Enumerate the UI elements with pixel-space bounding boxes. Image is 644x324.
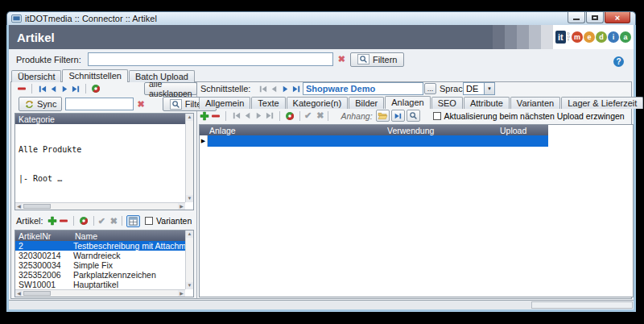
product-filter-button[interactable]: Filtern — [350, 52, 405, 67]
artikel-table-header: ArtikelNr Name — [15, 231, 193, 241]
nav-next-icon[interactable] — [279, 83, 291, 94]
tab-lager-lieferzeit[interactable]: Lager & Lieferzeit — [561, 97, 643, 109]
preview-button[interactable] — [407, 110, 420, 122]
tree-item[interactable]: Alle Produkte — [19, 145, 193, 155]
artikel-table: ArtikelNr Name 2Testbeschreibung mit Att… — [14, 230, 194, 297]
nav-next-icon[interactable] — [59, 83, 70, 94]
content-area: alle ausklappen Sync ✖ — [10, 81, 632, 299]
kategorie-vscrollbar[interactable]: ▲▼ — [185, 114, 193, 202]
scroll-thumb[interactable] — [23, 291, 51, 296]
schnittstelle-input[interactable] — [303, 82, 423, 95]
anlagen-table-header: Anlage Verwendung Upload — [200, 125, 548, 135]
cancel-icon[interactable]: ✖ — [316, 110, 324, 121]
tab-kategorien[interactable]: Kategorie(n) — [287, 97, 349, 109]
add-icon[interactable] — [199, 110, 210, 122]
nav-last-icon[interactable] — [291, 83, 302, 94]
nav-first-icon[interactable] — [230, 110, 242, 122]
tree-item[interactable]: |- Root … — [19, 174, 193, 184]
cancel-icon[interactable]: ✖ — [110, 216, 118, 226]
nav-prev-icon[interactable] — [268, 83, 279, 94]
nav-prev-icon[interactable] — [47, 83, 59, 94]
scroll-right-icon[interactable]: ▶ — [178, 290, 185, 297]
column-verwendung[interactable]: Verwendung — [387, 126, 500, 135]
table-row[interactable]: SW10001Hauptartikel — [15, 280, 193, 289]
confirm-icon[interactable]: ✔ — [304, 110, 312, 121]
logo-letter-e: e — [584, 31, 595, 43]
column-upload[interactable]: Upload — [500, 126, 548, 135]
scroll-up-icon[interactable]: ▲ — [186, 231, 193, 238]
remove-icon[interactable] — [58, 215, 69, 226]
refresh-icon[interactable] — [284, 110, 295, 122]
nav-first-icon[interactable] — [36, 83, 47, 94]
confirm-icon[interactable]: ✔ — [98, 216, 105, 226]
varianten-checkbox[interactable] — [145, 217, 153, 225]
logo-it: it — [555, 31, 566, 44]
column-artikelnr[interactable]: ArtikelNr — [15, 231, 73, 241]
table-row[interactable]: 2Testbeschreibung mit Attachment, IMG — [15, 241, 193, 251]
update-on-upload-checkbox[interactable] — [433, 112, 441, 120]
artikel-hscrollbar[interactable]: ◀▶ — [15, 289, 185, 297]
tab-texte[interactable]: Texte — [251, 97, 285, 109]
scroll-down-icon[interactable]: ▼ — [186, 195, 193, 202]
scroll-left-icon[interactable]: ◀ — [15, 290, 23, 297]
kategorie-hscrollbar[interactable]: ◀▶ — [15, 202, 185, 210]
nav-last-icon[interactable] — [264, 110, 275, 122]
product-filter-input[interactable] — [88, 52, 333, 66]
clear-filter-icon[interactable]: ✖ — [338, 54, 345, 64]
minimize-button[interactable] — [568, 12, 585, 23]
sprache-dropdown[interactable]: DE ▼ — [463, 82, 495, 95]
maximize-button[interactable] — [586, 12, 604, 23]
tab-anlagen[interactable]: Anlagen — [385, 96, 430, 109]
artikel-toolbar: Artikel: ✔ ✖ Varianten — [11, 214, 196, 228]
sync-button[interactable]: Sync — [19, 97, 62, 111]
chevron-down-icon[interactable]: ▼ — [484, 83, 494, 94]
tab-seo[interactable]: SEO — [431, 97, 463, 109]
scroll-down-icon[interactable]: ▼ — [186, 282, 193, 289]
varianten-view-toggle[interactable] — [126, 215, 140, 227]
nav-prev-icon[interactable] — [242, 110, 253, 122]
magnifier-icon — [357, 54, 369, 64]
scroll-left-icon[interactable]: ◀ — [15, 203, 23, 210]
help-icon[interactable]: ? — [613, 56, 624, 67]
open-attachment-button[interactable] — [376, 110, 390, 122]
table-row[interactable]: 320300214Warndreieck — [15, 251, 193, 260]
window-title: itDOTmedia :: Connector :: Artikel — [25, 14, 157, 23]
scroll-right-icon[interactable]: ▶ — [178, 203, 185, 210]
nav-next-icon[interactable] — [253, 110, 264, 122]
table-row[interactable]: 325300034Simple Fix — [15, 260, 193, 270]
tab-varianten[interactable]: Varianten — [510, 97, 560, 109]
tab-batch-upload[interactable]: Batch Upload — [129, 70, 195, 82]
close-button[interactable]: × — [605, 12, 630, 23]
tab-bilder[interactable]: Bilder — [349, 97, 384, 109]
browse-button[interactable]: ... — [424, 83, 436, 94]
remove-icon[interactable] — [16, 83, 27, 94]
play-to-end-button[interactable] — [391, 110, 405, 122]
refresh-icon[interactable] — [78, 215, 89, 226]
table-row[interactable]: 325352006Parkplatzkennzeichen — [15, 270, 193, 280]
tab-allgemein[interactable]: Allgemein — [199, 97, 250, 109]
kategorie-tree[interactable]: Alle Produkte |- Root … |- Deutsch … |- … — [15, 124, 193, 196]
remove-icon[interactable] — [210, 110, 221, 122]
sync-clear-icon[interactable]: ✖ — [137, 99, 144, 110]
main-tab-bar: Übersicht Schnittstellen Batch Upload — [9, 69, 634, 82]
window-titlebar[interactable]: itDOTmedia :: Connector :: Artikel × — [6, 11, 636, 25]
column-anlage[interactable]: Anlage — [200, 126, 387, 135]
sync-filter-input[interactable] — [65, 98, 134, 110]
row-marker-icon: ▶ — [200, 135, 208, 147]
logo-letter-d: d — [596, 31, 607, 43]
column-name[interactable]: Name — [73, 231, 193, 241]
expand-all-button[interactable]: alle ausklappen — [144, 82, 197, 95]
table-row[interactable]: ▶ — [200, 135, 548, 147]
minimize-icon — [573, 19, 580, 20]
tab-schnittstellen[interactable]: Schnittstellen — [62, 69, 127, 82]
refresh-icon[interactable] — [90, 83, 101, 94]
anhang-label: Anhang: — [341, 111, 372, 121]
tab-uebersicht[interactable]: Übersicht — [11, 70, 61, 82]
nav-first-icon[interactable] — [257, 83, 268, 94]
add-icon[interactable] — [47, 215, 58, 226]
scroll-thumb[interactable] — [23, 204, 51, 209]
artikel-vscrollbar[interactable]: ▲▼ — [185, 231, 193, 289]
tab-attribute[interactable]: Attribute — [464, 97, 510, 109]
nav-last-icon[interactable] — [70, 83, 81, 94]
scroll-up-icon[interactable]: ▲ — [186, 114, 193, 121]
